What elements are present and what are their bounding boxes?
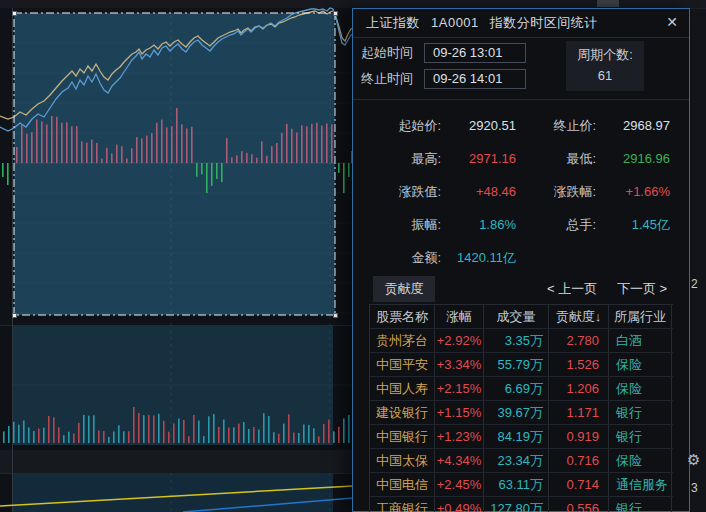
volume: 55.79万 (484, 353, 549, 376)
table-header-row: 股票名称 涨幅 成交量 贡献度↓ 所属行业 (370, 305, 673, 329)
industry: 白酒 (609, 329, 672, 352)
stock-name: 中国平安 (370, 353, 435, 376)
stock-name: 贵州茅台 (370, 329, 435, 352)
stats-row: 金额: 1420.11亿 (353, 241, 689, 274)
col-header-stock-name[interactable]: 股票名称 (370, 305, 435, 328)
volume: 39.67万 (484, 401, 549, 424)
col-header-industry[interactable]: 所属行业 (609, 305, 672, 328)
industry: 通信服务 (609, 473, 672, 496)
change-pct: +1.15% (435, 401, 484, 424)
stat-label: 涨跌幅: (520, 183, 596, 201)
stat-label: 涨跌值: (361, 183, 441, 201)
table-row[interactable]: 中国电信 +2.45% 63.11万 0.714 通信服务 (370, 473, 673, 497)
contribution-value: 0.556 (549, 497, 609, 512)
contribution-value: 0.714 (549, 473, 609, 496)
industry: 保险 (609, 449, 672, 472)
edge-axis-number-bottom: 3 (691, 481, 698, 495)
volume: 63.11万 (484, 473, 549, 496)
change-pct: +2.45% (435, 473, 484, 496)
industry: 保险 (609, 353, 672, 376)
stock-name: 建设银行 (370, 401, 435, 424)
table-row[interactable]: 中国太保 +4.34% 23.34万 0.716 保险 (370, 449, 673, 473)
panel-title-code: 1A0001 (431, 15, 479, 30)
selection-handle-top-right[interactable] (333, 11, 338, 16)
stat-label: 总手: (520, 216, 596, 234)
col-header-change[interactable]: 涨幅 (435, 305, 484, 328)
industry: 银行 (609, 497, 672, 512)
stat-label: 终止价: (520, 117, 596, 135)
change-pct: +2.92% (435, 329, 484, 352)
period-count-value: 61 (598, 66, 612, 87)
volume: 84.19万 (484, 425, 549, 448)
stat-label: 起始价: (361, 117, 441, 135)
stats-grid: 起始价: 2920.51 终止价: 2968.97 最高: 2971.16 最低… (353, 109, 689, 274)
stat-value: +1.66% (596, 184, 670, 199)
change-pct: +1.23% (435, 425, 484, 448)
stat-value: 1420.11亿 (441, 249, 516, 267)
stat-value: 2971.16 (441, 151, 516, 166)
volume: 6.69万 (484, 377, 549, 400)
stat-value: +48.46 (441, 184, 516, 199)
indicator-line-blue (183, 498, 353, 512)
selection-rectangle (14, 13, 335, 315)
stat-value: 1.86% (441, 217, 516, 232)
volume: 23.34万 (484, 449, 549, 472)
table-row[interactable]: 中国平安 +3.34% 55.79万 1.526 保险 (370, 353, 673, 377)
stat-value: 1.45亿 (596, 216, 670, 234)
contribution-tab-bar: 贡献度 < 上一页 下一页 > (353, 275, 689, 303)
table-row[interactable]: 工商银行 +0.49% 127.80万 0.556 银行 (370, 497, 673, 512)
stat-label: 金额: (361, 249, 441, 267)
start-time-label: 起始时间 (361, 44, 417, 62)
period-count-label: 周期个数: (577, 45, 633, 66)
stat-label: 最高: (361, 150, 441, 168)
contribution-value: 0.716 (549, 449, 609, 472)
stats-row: 起始价: 2920.51 终止价: 2968.97 (353, 109, 689, 142)
industry: 银行 (609, 425, 672, 448)
panel-title-desc: 指数分时区间统计 (490, 15, 598, 30)
col-header-contribution[interactable]: 贡献度↓ (549, 305, 609, 328)
stock-name: 中国银行 (370, 425, 435, 448)
stock-name: 中国人寿 (370, 377, 435, 400)
gear-icon[interactable]: ⚙ (687, 451, 700, 469)
volume: 3.35万 (484, 329, 549, 352)
stat-label: 振幅: (361, 216, 441, 234)
stat-value: 2920.51 (441, 118, 516, 133)
table-row[interactable]: 中国人寿 +2.15% 6.69万 1.206 保险 (370, 377, 673, 401)
tab-contribution[interactable]: 贡献度 (373, 276, 435, 302)
period-count-box: 周期个数: 61 (566, 41, 644, 91)
contribution-value: 0.919 (549, 425, 609, 448)
stock-name: 中国太保 (370, 449, 435, 472)
stock-name: 工商银行 (370, 497, 435, 512)
end-time-input[interactable]: 09-26 14:01 (424, 69, 526, 89)
table-row[interactable]: 中国银行 +1.23% 84.19万 0.919 银行 (370, 425, 673, 449)
contribution-value: 1.526 (549, 353, 609, 376)
industry: 保险 (609, 377, 672, 400)
stock-name: 中国电信 (370, 473, 435, 496)
interval-stats-panel: 上证指数1A0001指数分时区间统计 ✕ 起始时间 09-26 13:01 终止… (352, 8, 690, 512)
selection-handle-top-left[interactable] (12, 11, 17, 16)
table-row[interactable]: 贵州茅台 +2.92% 3.35万 2.780 白酒 (370, 329, 673, 353)
selection-handle-bottom-left[interactable] (12, 313, 17, 318)
start-time-row: 起始时间 09-26 13:01 (361, 43, 526, 62)
next-page-button[interactable]: 下一页 > (617, 280, 667, 298)
change-pct: +0.49% (435, 497, 484, 512)
prev-page-button[interactable]: < 上一页 (547, 280, 597, 298)
start-time-input[interactable]: 09-26 13:01 (424, 43, 526, 63)
stats-row: 振幅: 1.86% 总手: 1.45亿 (353, 208, 689, 241)
industry: 银行 (609, 401, 672, 424)
end-time-label: 终止时间 (361, 70, 417, 88)
stat-label: 最低: (520, 150, 596, 168)
contribution-value: 1.206 (549, 377, 609, 400)
close-icon[interactable]: ✕ (666, 14, 678, 30)
panel-title-stock: 上证指数 (366, 15, 420, 30)
table-row[interactable]: 建设银行 +1.15% 39.67万 1.171 银行 (370, 401, 673, 425)
stat-value: 2916.96 (596, 151, 670, 166)
stat-value: 2968.97 (596, 118, 670, 133)
selection-handle-bottom-right[interactable] (333, 313, 338, 318)
section-divider (353, 99, 689, 100)
col-header-volume[interactable]: 成交量 (484, 305, 549, 328)
contribution-table: 股票名称 涨幅 成交量 贡献度↓ 所属行业 贵州茅台 +2.92% 3.35万 … (369, 304, 673, 512)
stats-row: 最高: 2971.16 最低: 2916.96 (353, 142, 689, 175)
stats-row: 涨跌值: +48.46 涨跌幅: +1.66% (353, 175, 689, 208)
volume: 127.80万 (484, 497, 549, 512)
